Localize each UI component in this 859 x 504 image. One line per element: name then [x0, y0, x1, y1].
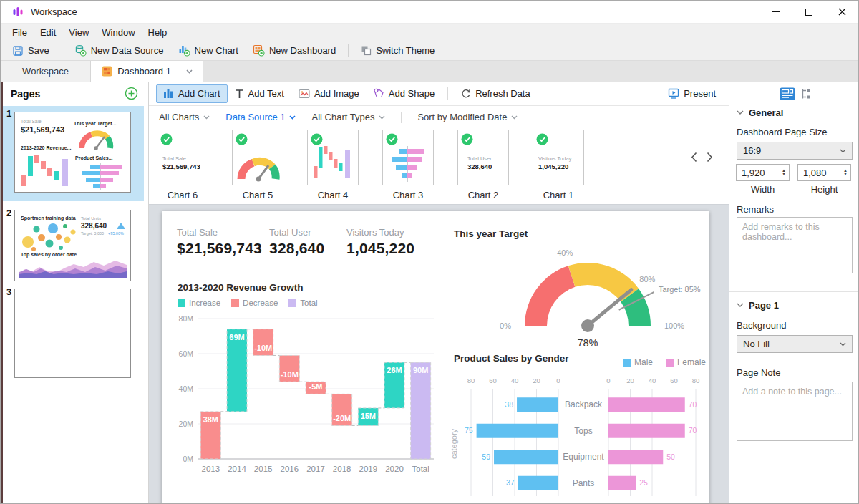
add-shape-button[interactable]: Add Shape — [367, 84, 442, 103]
menu-file[interactable]: File — [6, 24, 34, 41]
dashboard-tab-icon — [102, 66, 112, 77]
height-stepper[interactable]: ▲▼ — [797, 164, 851, 181]
svg-text:-20M: -20M — [333, 414, 351, 422]
butterfly-chart[interactable]: 002020404060608080category3870Backpack75… — [450, 373, 707, 504]
new-data-source-button[interactable]: New Data Source — [67, 42, 171, 59]
svg-text:2016: 2016 — [281, 465, 299, 473]
new-dashboard-button[interactable]: New Dashboard — [246, 42, 343, 59]
background-label: Background — [737, 320, 786, 331]
save-button[interactable]: Save — [5, 42, 57, 59]
present-button[interactable]: Present — [661, 84, 723, 103]
stepper-arrows-icon[interactable]: ▲▼ — [782, 169, 786, 176]
pages-panel-title: Pages — [11, 88, 40, 100]
background-value: No Fill — [743, 339, 770, 349]
kpi-label: Total Sale — [177, 227, 262, 238]
thumb2-kpi-value: 328,640 — [81, 222, 107, 230]
selected-check-icon — [311, 133, 323, 145]
selected-check-icon — [236, 133, 248, 145]
new-chart-button[interactable]: New Chart — [171, 42, 246, 59]
window-title: Workspace — [31, 6, 77, 17]
properties-panel: General Dashboard Page Size 16:9 ▲▼ ▲▼ W… — [729, 82, 859, 504]
kpi-total-sale[interactable]: Total Sale $21,569,743 — [177, 227, 262, 257]
gauge-chart[interactable]: 0%40%80%100%Target: 85%78% — [470, 241, 706, 354]
menu-window[interactable]: Window — [95, 24, 141, 41]
minimize-button[interactable] — [759, 1, 792, 23]
refresh-data-button[interactable]: Refresh Data — [454, 84, 538, 103]
remarks-textarea[interactable] — [737, 217, 853, 273]
selected-check-icon — [386, 133, 398, 145]
structure-view-button[interactable] — [800, 88, 812, 100]
general-section-header[interactable]: General — [737, 107, 783, 118]
height-caption: Height — [797, 184, 851, 195]
page-3-thumbnail[interactable] — [14, 289, 131, 378]
kpi-value: 1,045,220 — [346, 240, 414, 257]
gallery-card-chart-1[interactable]: Visitors Today 1,045,220 — [533, 130, 584, 185]
svg-text:80: 80 — [692, 377, 700, 384]
kpi-total-user[interactable]: Total User 328,640 — [269, 227, 324, 257]
kpi-visitors-today[interactable]: Visitors Today 1,045,220 — [346, 227, 414, 257]
gallery-caption-chart-1: Chart 1 — [533, 190, 584, 200]
gallery-caption-chart-2: Chart 2 — [457, 190, 509, 200]
svg-text:Tops: Tops — [574, 426, 592, 436]
gallery-next-button[interactable] — [703, 148, 716, 165]
legend-swatch — [623, 359, 631, 367]
gallery-card-chart-3[interactable] — [382, 130, 434, 185]
action-bar-divider — [447, 87, 448, 100]
menu-help[interactable]: Help — [142, 24, 174, 41]
add-chart-button[interactable]: Add Chart — [156, 84, 228, 103]
tab-dashboard-1[interactable]: Dashboard 1 — [91, 61, 203, 82]
page-section-header[interactable]: Page 1 — [737, 300, 779, 311]
thumb2-kpi-target: Target: 3,000 — [81, 231, 104, 236]
gallery-card-chart-6[interactable]: Total Sale $21,569,743 — [157, 130, 208, 185]
all-charts-dropdown[interactable]: All Charts — [159, 112, 210, 122]
add-page-button[interactable] — [125, 87, 138, 100]
thumb2-up-arrow-icon — [117, 223, 125, 229]
gallery-prev-button[interactable] — [687, 148, 700, 165]
dashboard-page[interactable]: Total Sale $21,569,743 Total User 328,64… — [162, 211, 709, 504]
tab-workspace[interactable]: Workspace — [1, 61, 91, 82]
gallery-caption-chart-5: Chart 5 — [232, 190, 283, 200]
page-2-thumbnail[interactable]: Sportmen training data Total Units 328,6… — [14, 210, 131, 281]
menu-view[interactable]: View — [62, 24, 95, 41]
stepper-arrows-icon[interactable]: ▲▼ — [843, 169, 848, 176]
width-input[interactable] — [742, 168, 775, 178]
waterfall-chart[interactable]: 0M20M40M60M80M38M69M-10M-10M-5M-20M15M26… — [170, 311, 440, 478]
dashboard-properties-view-button[interactable] — [780, 87, 795, 100]
save-icon — [12, 45, 24, 57]
waterfall-legend: IncreaseDecreaseTotal — [178, 299, 318, 307]
all-charts-label: All Charts — [159, 112, 199, 122]
data-source-dropdown[interactable]: Data Source 1 — [225, 112, 296, 122]
width-caption: Width — [736, 184, 790, 195]
sort-dropdown[interactable]: Sort by Modified Date — [417, 112, 518, 122]
collapse-chevron-icon — [737, 110, 744, 115]
page-1-thumbnail[interactable]: Total Sale $21,569,743 This year Target.… — [14, 112, 131, 193]
maximize-icon — [805, 9, 812, 16]
gallery-card-chart-5[interactable] — [232, 130, 283, 185]
page-note-textarea[interactable] — [737, 382, 853, 441]
height-input[interactable] — [803, 168, 836, 178]
gallery-card-chart-2[interactable]: Total User 328,640 — [457, 130, 509, 185]
document-tab-bar: Workspace Dashboard 1 — [1, 61, 858, 82]
thumb2-mini-area-chart — [19, 259, 127, 278]
close-button[interactable] — [825, 1, 858, 23]
window-edge-accent — [1, 82, 3, 504]
page-size-select[interactable]: 16:9 — [737, 142, 853, 160]
gallery-card-chart-4[interactable] — [307, 130, 359, 185]
menu-edit[interactable]: Edit — [34, 24, 62, 41]
minimize-icon — [772, 11, 780, 13]
legend-swatch — [231, 299, 239, 307]
add-image-button[interactable]: Add Image — [291, 84, 367, 103]
tab-dropdown-chevron-icon[interactable] — [186, 69, 193, 74]
svg-text:60: 60 — [489, 377, 497, 384]
background-select[interactable]: No Fill — [737, 335, 853, 353]
svg-text:Total: Total — [412, 465, 430, 473]
app-logo-icon — [12, 6, 24, 18]
sort-label: Sort by Modified Date — [417, 112, 507, 122]
add-text-button[interactable]: Add Text — [228, 84, 291, 103]
switch-theme-button[interactable]: Switch Theme — [354, 42, 442, 59]
chart-types-dropdown[interactable]: All Chart Types — [311, 112, 385, 122]
svg-text:Target: 85%: Target: 85% — [659, 285, 701, 294]
maximize-button[interactable] — [792, 1, 825, 23]
width-stepper[interactable]: ▲▼ — [736, 164, 790, 181]
new-data-source-label: New Data Source — [91, 45, 164, 56]
